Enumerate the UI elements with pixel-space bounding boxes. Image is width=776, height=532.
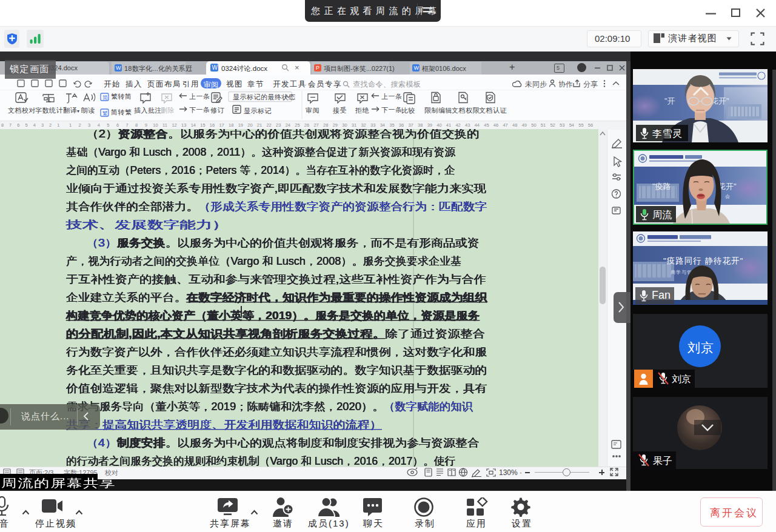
- svg-text:16: 16: [210, 122, 215, 128]
- svg-text:41: 41: [446, 122, 451, 128]
- svg-text:32: 32: [361, 122, 366, 128]
- svg-text:1: 1: [57, 122, 59, 128]
- svg-text:14: 14: [191, 122, 196, 128]
- svg-text:54: 54: [569, 122, 574, 128]
- svg-text:34: 34: [380, 122, 385, 128]
- svg-text:37: 37: [408, 122, 413, 128]
- svg-text:15: 15: [200, 122, 205, 128]
- svg-text:简: 简: [102, 95, 108, 101]
- svg-text:12: 12: [172, 122, 176, 128]
- svg-text:47: 47: [503, 122, 507, 128]
- svg-text:42: 42: [455, 122, 460, 128]
- svg-text:18: 18: [229, 122, 233, 128]
- svg-text:22: 22: [266, 122, 271, 128]
- svg-text:28: 28: [323, 122, 328, 128]
- svg-text:20: 20: [247, 122, 252, 128]
- svg-text:26: 26: [304, 122, 309, 128]
- svg-text:24: 24: [286, 122, 290, 128]
- svg-text:56: 56: [588, 122, 593, 128]
- svg-text:8: 8: [1, 122, 4, 128]
- svg-text:繁: 繁: [102, 110, 108, 116]
- svg-text:25: 25: [295, 122, 299, 128]
- svg-text:6: 6: [17, 122, 19, 128]
- svg-text:10: 10: [153, 122, 158, 128]
- svg-text:39: 39: [427, 122, 432, 128]
- svg-text:9: 9: [145, 122, 147, 128]
- svg-text:17: 17: [219, 122, 224, 128]
- svg-text:2: 2: [79, 122, 81, 128]
- svg-text:3: 3: [41, 122, 44, 128]
- svg-text:2: 2: [49, 122, 52, 128]
- svg-text:5: 5: [107, 122, 109, 128]
- svg-text:29: 29: [333, 122, 338, 128]
- svg-text:52: 52: [550, 122, 555, 128]
- svg-text:5: 5: [25, 122, 28, 128]
- svg-text:31: 31: [352, 122, 356, 128]
- svg-text:21: 21: [257, 122, 262, 128]
- svg-text:33: 33: [370, 122, 375, 128]
- svg-text:44: 44: [475, 122, 480, 128]
- svg-text:4: 4: [33, 122, 36, 128]
- svg-text:30: 30: [342, 122, 347, 128]
- svg-text:4: 4: [98, 122, 100, 128]
- svg-text:36: 36: [399, 122, 404, 128]
- svg-text:13: 13: [181, 122, 186, 128]
- svg-text:46: 46: [493, 122, 498, 128]
- svg-text:8: 8: [135, 122, 138, 128]
- svg-text:23: 23: [276, 122, 281, 128]
- svg-text:48: 48: [512, 122, 517, 128]
- svg-text:38: 38: [418, 122, 423, 128]
- svg-text:43: 43: [465, 122, 470, 128]
- svg-text:27: 27: [313, 122, 318, 128]
- svg-text:6: 6: [116, 122, 119, 128]
- svg-text:1: 1: [69, 122, 72, 128]
- svg-text:7: 7: [126, 122, 129, 128]
- svg-text:19: 19: [238, 122, 243, 128]
- svg-text:53: 53: [560, 122, 564, 128]
- svg-text:51: 51: [541, 122, 546, 128]
- svg-text:45: 45: [484, 122, 489, 128]
- svg-text:50: 50: [531, 122, 536, 128]
- svg-text:49: 49: [522, 122, 527, 128]
- svg-text:35: 35: [389, 122, 394, 128]
- svg-text:3: 3: [88, 122, 90, 128]
- svg-text:55: 55: [578, 122, 583, 128]
- svg-text:11: 11: [162, 122, 167, 128]
- svg-text:40: 40: [436, 122, 441, 128]
- svg-text:7: 7: [9, 122, 12, 128]
